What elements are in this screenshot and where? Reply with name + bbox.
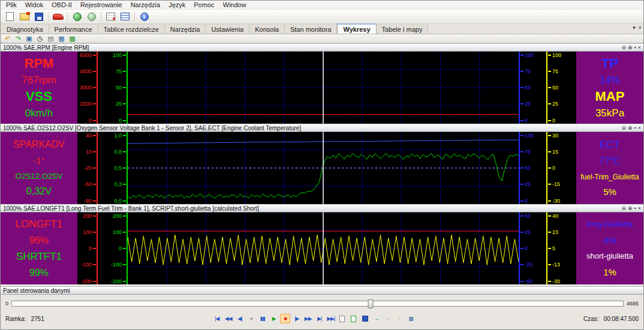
pause-button[interactable]: ▮▮ bbox=[257, 314, 267, 323]
menu-obd-ii[interactable]: OBD-II bbox=[47, 1, 76, 9]
menu-window[interactable]: Window bbox=[219, 1, 251, 9]
go-live-button[interactable]: ▶▶| bbox=[326, 314, 336, 323]
connect-icon[interactable] bbox=[71, 11, 83, 22]
new-file-icon[interactable] bbox=[4, 11, 16, 22]
maximize-icon[interactable]: ▪ bbox=[634, 125, 636, 131]
zoom-out-icon[interactable]: ⊖ bbox=[621, 206, 626, 211]
menu-rejestrowanie[interactable]: Rejestrowanie bbox=[76, 1, 127, 9]
param-name: long-Giulietta bbox=[587, 220, 633, 228]
panel-title: 1000% SAE.RPM [Engine RPM] bbox=[3, 44, 89, 51]
fast-forward-button[interactable]: ▶▶ bbox=[303, 314, 313, 323]
fast-forward-icon: ▶▶ bbox=[305, 316, 312, 322]
fast-rewind-button[interactable]: ◀◀ bbox=[223, 314, 233, 323]
tab-ustawienia[interactable]: Ustawienia bbox=[206, 24, 249, 34]
pan-forward-icon[interactable]: ↷ bbox=[14, 35, 23, 43]
frame-value: 2751 bbox=[31, 316, 44, 322]
import-icon: ↓ bbox=[387, 316, 389, 322]
tab-performance[interactable]: Performance bbox=[49, 24, 98, 34]
info-icon bbox=[140, 13, 149, 21]
menu-pomoc[interactable]: Pomoc bbox=[189, 1, 218, 9]
zoom-in-icon[interactable]: ⊕ bbox=[628, 125, 633, 131]
vehicle-manager-icon[interactable] bbox=[52, 11, 64, 22]
zoom-in-icon[interactable]: ⊕ bbox=[628, 45, 633, 50]
data-table-icon[interactable] bbox=[119, 11, 131, 22]
new-log-button[interactable] bbox=[337, 314, 347, 323]
chart-area-rpm[interactable] bbox=[128, 52, 519, 124]
axis-tick: 50 bbox=[520, 213, 546, 218]
param-name: fuel-Trim_Giulietta bbox=[580, 173, 639, 181]
panel-titlebar[interactable]: 1000% SAE.O2S12.O2SV [Oxygen Sensor Volt… bbox=[1, 124, 643, 132]
tab-konsola[interactable]: Konsola bbox=[249, 24, 285, 34]
tab-tabele-i-mapy[interactable]: Tabele i mapy bbox=[377, 24, 429, 34]
axis-tick: 0,0 bbox=[98, 198, 126, 203]
param-value: 0,32V bbox=[26, 187, 52, 196]
pan-back-icon[interactable]: ↶ bbox=[3, 35, 12, 43]
time-value: 00:08:47.500 bbox=[604, 316, 639, 322]
slider-max-label: 4685 bbox=[627, 301, 639, 307]
step-forward-button[interactable]: |▶ bbox=[291, 314, 302, 323]
slider-thumb[interactable] bbox=[368, 299, 374, 308]
panel-titlebar[interactable]: 1000% SAE.LONGFT1 [Long Term Fuel Trim -… bbox=[1, 204, 643, 212]
line-style-icon[interactable]: ▣ bbox=[25, 35, 34, 43]
save-log-button[interactable] bbox=[360, 314, 370, 323]
menu-narz-dzia[interactable]: Narzędzia bbox=[127, 1, 165, 9]
chart-area-o2-ect[interactable] bbox=[128, 132, 519, 204]
left-axis-red: 2001000-100-200 bbox=[77, 212, 98, 284]
zoom-out-icon[interactable]: ⊖ bbox=[621, 45, 626, 50]
menu-plik[interactable]: Plik bbox=[2, 1, 21, 9]
tab-menu-icon[interactable]: ▾ bbox=[633, 25, 636, 31]
info-icon[interactable] bbox=[138, 11, 151, 22]
position-slider[interactable] bbox=[11, 301, 624, 307]
open-log-button[interactable] bbox=[348, 314, 359, 323]
menu-widok[interactable]: Widok bbox=[21, 1, 48, 9]
stop-icon: ■ bbox=[284, 316, 287, 322]
maximize-icon[interactable]: ▪ bbox=[634, 45, 636, 50]
tab-tablice-rozdzielcze[interactable]: Tablice rozdzielcze bbox=[98, 24, 165, 34]
menu-bar: PlikWidokOBD-IIRejestrowanieNarzędziaJęz… bbox=[1, 1, 643, 10]
axis-tick: 50 bbox=[520, 85, 546, 91]
clock-icon[interactable]: ◷ bbox=[35, 35, 44, 43]
zoom-in-icon[interactable]: ⊕ bbox=[628, 206, 633, 211]
right-axis-yellow: 40235-13-30 bbox=[546, 212, 576, 284]
tab-close-icon[interactable]: × bbox=[639, 25, 642, 31]
dtc-grid-icon[interactable] bbox=[104, 11, 117, 22]
axis-tick: -50 bbox=[520, 278, 546, 284]
menu-j-zyk[interactable]: Język bbox=[164, 1, 189, 9]
import-button[interactable]: ↓ bbox=[383, 314, 393, 323]
zoom-out-icon[interactable]: ⊖ bbox=[621, 125, 626, 131]
data-grid-button[interactable]: ▦ bbox=[405, 314, 416, 323]
chart-panel-fuel-trim: 1000% SAE.LONGFT1 [Long Term Fuel Trim -… bbox=[1, 204, 643, 284]
maximize-icon[interactable]: ▪ bbox=[634, 206, 636, 211]
step-back-button[interactable]: ◀| bbox=[234, 314, 245, 323]
close-icon[interactable]: × bbox=[638, 206, 641, 211]
skip-start-button[interactable]: |◀ bbox=[212, 314, 222, 323]
export-table-icon[interactable]: ▩ bbox=[68, 35, 77, 43]
tab-narz-dzia[interactable]: Narzędzia bbox=[165, 24, 206, 34]
load-script-button[interactable]: → bbox=[371, 314, 381, 323]
stop-button[interactable]: ■ bbox=[280, 314, 290, 323]
chart-area-fuel-trim[interactable] bbox=[128, 212, 519, 284]
skip-end-button[interactable]: ▶| bbox=[314, 314, 324, 323]
left-axis-green: 1,00,80,50,30,0 bbox=[98, 132, 128, 204]
slider-min-label: 0 bbox=[5, 301, 8, 307]
record-button[interactable]: ● bbox=[246, 314, 256, 323]
param-value: 5% bbox=[603, 187, 616, 196]
disconnect-icon[interactable] bbox=[85, 11, 98, 22]
close-icon[interactable]: × bbox=[638, 45, 641, 50]
save-file-icon[interactable] bbox=[32, 11, 45, 22]
frame-label: Ramka: bbox=[5, 316, 26, 322]
export-button[interactable]: ↓ bbox=[394, 314, 404, 323]
snapshot-icon[interactable]: ▤ bbox=[46, 35, 55, 43]
axis-tick: 100 bbox=[98, 52, 126, 58]
param-value: 99% bbox=[29, 268, 49, 278]
tab-wykresy[interactable]: Wykresy bbox=[337, 23, 376, 34]
table-view-icon[interactable]: ▦ bbox=[57, 35, 66, 43]
open-file-icon bbox=[20, 13, 29, 20]
tab-stan-monitora[interactable]: Stan monitora bbox=[285, 24, 337, 34]
panel-titlebar[interactable]: 1000% SAE.RPM [Engine RPM] ⊖ ⊕ ▪ × bbox=[1, 43, 643, 52]
open-file-icon[interactable] bbox=[18, 11, 31, 22]
play-button[interactable]: ▶ bbox=[269, 314, 279, 323]
close-icon[interactable]: × bbox=[638, 125, 641, 131]
tab-diagnostyka[interactable]: Diagnostyka bbox=[1, 24, 49, 34]
axis-tick: 200 bbox=[78, 213, 96, 218]
